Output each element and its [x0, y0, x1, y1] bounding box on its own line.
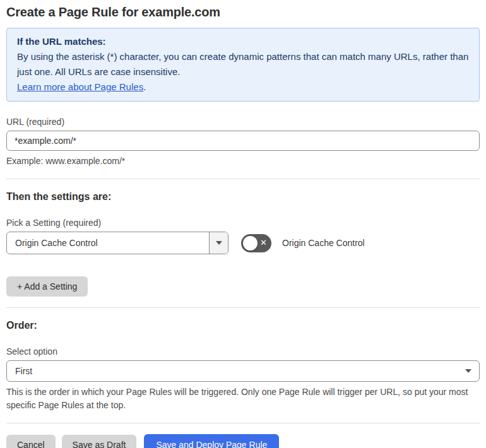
url-field-label: URL (required) [6, 117, 480, 127]
setting-select[interactable]: Origin Cache Control [6, 232, 228, 254]
toggle-knob [243, 236, 258, 251]
info-box-body: By using the asterisk (*) character, you… [17, 49, 469, 95]
save-and-deploy-button[interactable]: Save and Deploy Page Rule [144, 434, 279, 448]
cancel-button[interactable]: Cancel [6, 435, 56, 448]
toggle-label: Origin Cache Control [282, 238, 365, 248]
pick-setting-label: Pick a Setting (required) [6, 218, 480, 228]
save-as-draft-button[interactable]: Save as Draft [62, 435, 137, 448]
link-period: . [143, 81, 146, 92]
caret-down-icon [465, 369, 471, 373]
setting-select-arrow-segment[interactable] [209, 232, 228, 254]
footer-actions: Cancel Save as Draft Save and Deploy Pag… [6, 434, 480, 448]
url-example-helper: Example: www.example.com/* [6, 155, 480, 168]
order-helper-text: This is the order in which your Page Rul… [6, 386, 480, 412]
url-input[interactable] [6, 131, 480, 151]
setting-row: Origin Cache Control ✕ Origin Cache Cont… [6, 232, 480, 254]
setting-select-value: Origin Cache Control [7, 238, 209, 248]
caret-down-icon [216, 241, 222, 245]
divider [6, 423, 480, 423]
settings-section-heading: Then the settings are: [6, 191, 480, 203]
add-setting-button[interactable]: + Add a Setting [6, 276, 88, 297]
info-box-heading: If the URL matches: [17, 34, 469, 49]
order-select-caret-wrap [458, 369, 479, 373]
order-section-heading: Order: [6, 320, 480, 331]
url-match-info-box: If the URL matches: By using the asteris… [6, 28, 480, 102]
origin-cache-control-toggle[interactable]: ✕ [241, 234, 271, 252]
toggle-off-x-icon: ✕ [260, 239, 267, 247]
info-box-body-text: By using the asterisk (*) character, you… [17, 51, 468, 77]
order-select-value: First [7, 366, 458, 376]
divider [6, 307, 480, 308]
page-title: Create a Page Rule for example.com [6, 5, 480, 20]
order-select[interactable]: First [6, 360, 480, 382]
create-page-rule-form: Create a Page Rule for example.com If th… [0, 0, 486, 448]
divider [6, 179, 480, 179]
order-select-label: Select option [6, 346, 480, 357]
learn-more-link[interactable]: Learn more about Page Rules [17, 81, 143, 92]
